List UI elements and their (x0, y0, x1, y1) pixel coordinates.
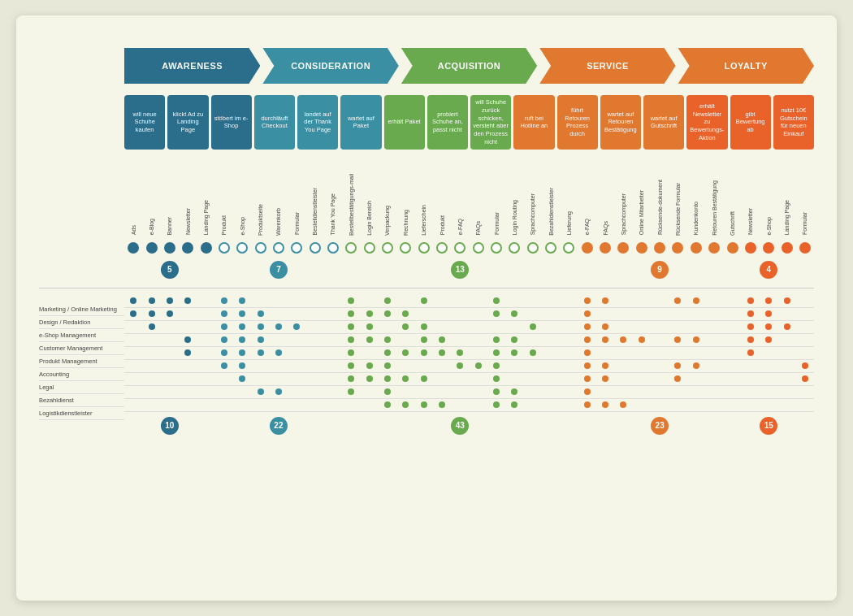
dept-cell (251, 323, 269, 330)
dept-cell (487, 336, 505, 343)
dept-cell (396, 323, 414, 330)
step-box: wartet auf Gutschrift (643, 95, 684, 150)
dept-cell (215, 362, 233, 369)
dept-cell (215, 297, 233, 304)
step-box: nutzt 10€ Gutschein für neuen Einkauf (773, 95, 814, 150)
dept-dot (765, 323, 772, 330)
dept-cell (760, 323, 777, 330)
divider (39, 288, 814, 288)
step-box: führt Retouren Prozess durch (557, 95, 598, 150)
dept-row (124, 360, 814, 373)
step-box: will neue Schuhe kaufen (124, 95, 165, 150)
dept-total-slot (251, 417, 269, 435)
tp-label: Sprachcomputer (614, 193, 632, 236)
dept-cell (578, 323, 596, 330)
count-badge: 5 (161, 261, 179, 279)
tp-label: Bestellbestätigungs-mail (342, 174, 360, 237)
dept-total-slot (487, 417, 505, 435)
tp-circle-cell (687, 242, 705, 254)
dept-total-slot (433, 417, 451, 435)
dept-cell (596, 362, 614, 369)
dept-dot (493, 401, 500, 408)
dept-row (124, 334, 814, 347)
dept-cell (669, 297, 686, 304)
dept-dot (384, 362, 391, 369)
dept-cell (470, 362, 487, 369)
dept-cell (415, 401, 433, 408)
dept-cell (360, 310, 378, 317)
dept-labels: Marketing / Online MarketingDesign / Red… (39, 295, 124, 438)
tp-circle-cell (305, 242, 323, 254)
step-box: wartet auf Retouren Bestätigung (600, 95, 641, 150)
dept-cell (524, 323, 542, 330)
dept-total-slot (705, 417, 723, 435)
dept-cell (633, 336, 651, 343)
tp-label: Warenkorb (270, 208, 288, 237)
dept-dot (384, 401, 391, 408)
tp-circle-cell (596, 242, 614, 254)
tp-circle-cell (270, 242, 288, 254)
dept-cell (578, 362, 596, 369)
dept-cell (687, 336, 705, 343)
tp-counts-row: 571394 (124, 258, 814, 281)
dept-dot (384, 375, 391, 382)
dept-cell (487, 349, 505, 356)
dept-cell (760, 310, 777, 317)
tp-label: Verpackung (379, 206, 396, 237)
dept-cell (487, 401, 505, 408)
dept-dot (457, 362, 463, 369)
dept-dot (384, 336, 391, 343)
tp-circle-cell (251, 242, 269, 254)
tp-circle-cell (777, 242, 795, 254)
dept-cell (614, 336, 632, 343)
steps-container: will neue Schuhe kaufenklickt Ad zu Land… (124, 95, 814, 150)
dept-cell (233, 310, 251, 317)
dept-dot (348, 388, 354, 395)
dept-cell (379, 375, 396, 382)
dept-dot (239, 349, 245, 356)
tp-label: Rücksende Formular (669, 183, 686, 237)
count-badge: 9 (651, 261, 669, 279)
tp-label: Bezahldienstleister (542, 188, 560, 237)
stage-awareness: AWARENESS (124, 48, 260, 84)
dept-cell (233, 297, 251, 304)
dept-dot (639, 336, 645, 343)
dept-dot (239, 375, 245, 382)
dept-cell (415, 297, 433, 304)
dept-dot (384, 388, 391, 395)
dept-total-slot (633, 417, 651, 435)
dept-dot (693, 336, 699, 343)
dept-dot (493, 336, 500, 343)
tp-label: Lieferung (560, 211, 578, 236)
dept-cell (161, 297, 179, 304)
tp-circle-cell (705, 242, 723, 254)
dept-cell (360, 362, 378, 369)
dept-dot (167, 310, 173, 317)
dept-dot (602, 323, 608, 330)
dept-dot (348, 310, 354, 317)
dept-cell (505, 388, 523, 395)
dept-dot (602, 362, 608, 369)
dept-total-slot (288, 417, 305, 435)
dept-dot (239, 323, 245, 330)
dept-dot (348, 362, 354, 369)
tp-circle-cell (651, 242, 669, 254)
dept-dot (439, 349, 445, 356)
dept-name: Bezahldienst (39, 394, 124, 407)
tp-label: Rücksende-dokument (651, 180, 669, 236)
dept-cell (596, 375, 614, 382)
dept-cell (379, 297, 396, 304)
dept-dot (221, 362, 227, 369)
step-box: gibt Bewertung ab (730, 95, 771, 150)
dept-dot (511, 349, 517, 356)
step-box: ruft bei Hotline an (513, 95, 554, 150)
dept-dot (747, 297, 754, 304)
dept-cell (396, 349, 414, 356)
dept-total-badge: 10 (161, 417, 179, 435)
dept-cell (451, 349, 469, 356)
dept-dot (784, 297, 790, 304)
tp-count-slot: 7 (270, 261, 288, 279)
dept-total-slot (742, 417, 760, 435)
dept-cell (342, 336, 360, 343)
dept-cell (578, 375, 596, 382)
